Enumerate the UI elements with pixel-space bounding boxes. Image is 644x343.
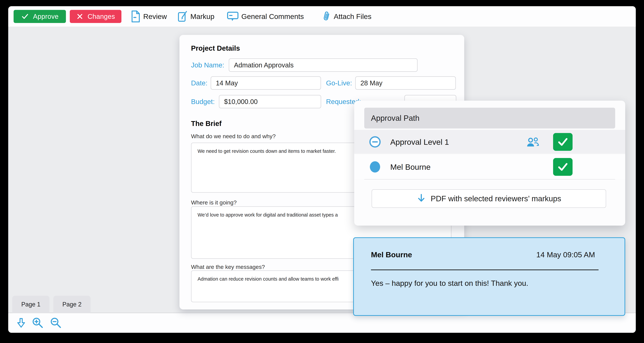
pencil-square-icon [177, 10, 188, 22]
check-icon [21, 12, 29, 20]
brief-question-1: What do we need to do and why? [191, 133, 276, 140]
paperclip-icon [322, 10, 331, 22]
group-icon [526, 136, 540, 148]
approval-level-checkbox[interactable] [553, 133, 572, 151]
screen-background: Approve Changes Review [0, 0, 644, 343]
date-label: Date: [191, 76, 208, 90]
budget-input[interactable]: $10,000.00 [219, 95, 321, 108]
attach-files-tool[interactable]: Attach Files [322, 6, 372, 27]
go-live-label: Go-Live: [326, 76, 352, 90]
date-input[interactable]: 14 May [211, 76, 321, 90]
download-pdf-label: PDF with selected reviewers’ markups [431, 194, 561, 203]
app-window: Approve Changes Review [8, 6, 636, 333]
checkbox-check-icon [556, 135, 570, 148]
approve-label: Approve [33, 13, 58, 20]
approve-button[interactable]: Approve [14, 10, 66, 23]
checkbox-check-icon [556, 160, 570, 174]
reviewer-checkbox[interactable] [553, 158, 572, 176]
go-live-input[interactable]: 28 May [355, 76, 456, 90]
document-icon [131, 10, 140, 22]
brief-question-2: Where is it going? [191, 199, 237, 206]
review-tool[interactable]: Review [131, 6, 167, 27]
comment-author: Mel Bourne [371, 250, 412, 259]
general-comments-label: General Comments [241, 12, 304, 21]
zoom-out-icon[interactable] [50, 317, 62, 329]
comment-text: Yes – happy for you to start on this! Th… [371, 279, 528, 288]
toolbar: Approve Changes Review [8, 6, 636, 27]
reviewer-row[interactable]: Mel Bourne [354, 155, 625, 179]
approval-path-popup: Approval Path Approval Level 1 [354, 101, 625, 226]
x-icon [76, 13, 84, 20]
brief-question-3: What are the key messages? [191, 264, 265, 270]
general-comments-tool[interactable]: General Comments [227, 6, 304, 27]
approval-level-name: Approval Level 1 [390, 137, 449, 146]
page-tab-2-label: Page 2 [62, 301, 82, 308]
approval-path-header: Approval Path [364, 108, 615, 128]
circle-minus-icon[interactable] [369, 136, 381, 148]
page-tab-1[interactable]: Page 1 [12, 296, 50, 313]
approval-level-row[interactable]: Approval Level 1 [354, 130, 625, 154]
budget-label: Budget: [191, 95, 215, 108]
footer-bar [8, 313, 636, 333]
request-changes-button[interactable]: Changes [70, 10, 122, 23]
markup-label: Markup [190, 12, 214, 21]
review-label: Review [143, 12, 167, 21]
download-arrow-icon [416, 194, 426, 204]
zoom-in-icon[interactable] [32, 317, 44, 329]
comment-divider [371, 270, 598, 270]
page-tab-1-label: Page 1 [21, 301, 40, 308]
speech-bubble-icon [227, 11, 239, 22]
project-details-title: Project Details [191, 44, 240, 52]
job-name-input[interactable]: Admation Approvals [229, 58, 418, 72]
changes-label: Changes [88, 13, 115, 20]
attach-files-label: Attach Files [334, 12, 372, 21]
reviewer-name: Mel Bourne [390, 162, 430, 172]
brief-title: The Brief [191, 120, 222, 128]
download-pdf-button[interactable]: PDF with selected reviewers’ markups [372, 189, 606, 208]
markup-tool[interactable]: Markup [177, 6, 214, 27]
comment-timestamp: 14 May 09:05 AM [536, 250, 595, 259]
page-tab-2[interactable]: Page 2 [53, 296, 90, 313]
solid-circle-icon[interactable] [369, 160, 381, 174]
download-icon[interactable] [16, 317, 26, 329]
job-name-label: Job Name: [191, 58, 224, 72]
comment-bubble: Mel Bourne 14 May 09:05 AM Yes – happy f… [353, 237, 625, 316]
popup-divider [364, 179, 615, 180]
